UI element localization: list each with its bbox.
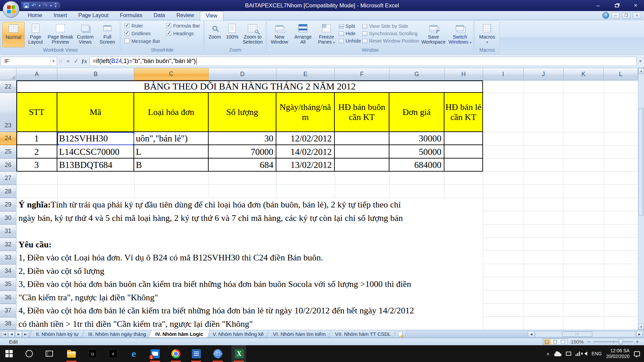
start-button[interactable] <box>4 349 14 359</box>
header-cell-hd-ban-le[interactable]: HĐ bán lẻ cần KT <box>444 93 483 132</box>
header-cell-stt[interactable]: STT <box>16 93 57 132</box>
row-header-24[interactable]: 24 <box>0 132 16 145</box>
name-box-dropdown-icon[interactable]: ▼ <box>50 57 57 66</box>
select-all-corner[interactable] <box>0 68 16 80</box>
volume-icon[interactable] <box>584 352 587 356</box>
hscroll-left-icon[interactable]: ◀ <box>528 331 534 337</box>
hide-button[interactable]: Hide <box>339 30 361 37</box>
cell-d26[interactable]: 684 <box>209 159 276 172</box>
row-header-22[interactable]: 22 <box>0 80 16 93</box>
cancel-formula-icon[interactable]: × <box>64 57 72 66</box>
zoom-out-icon[interactable]: − <box>587 339 591 345</box>
workbook-close-button[interactable]: × <box>633 12 641 19</box>
tab-home[interactable]: Home <box>22 11 48 20</box>
sheet-tab-nhom-ham-thong-ke[interactable]: V. Nhóm hàm thống kê <box>206 330 271 338</box>
horizontal-scrollbar[interactable] <box>535 331 636 337</box>
excel-app-button[interactable]: X <box>234 349 244 359</box>
tab-page-layout[interactable]: Page Layout <box>73 11 114 20</box>
row-header-30[interactable]: 30 <box>0 212 16 225</box>
row-header-35[interactable]: 35 <box>0 278 16 291</box>
zoom-in-icon[interactable]: + <box>635 339 639 345</box>
undo-dropdown-icon[interactable]: ▾ <box>39 4 40 7</box>
taskbar-app-2[interactable]: ∧ <box>108 349 118 359</box>
cell-a24[interactable]: 1 <box>16 132 57 145</box>
cell-e24[interactable]: 12/02/2012 <box>276 132 335 145</box>
cell-h26[interactable] <box>444 159 483 172</box>
column-header-f[interactable]: F <box>335 68 389 80</box>
insert-function-icon[interactable]: ƒx <box>80 57 88 66</box>
office-button[interactable] <box>3 1 19 18</box>
tab-formulas[interactable]: Formulas <box>114 11 148 20</box>
cell-f25[interactable] <box>335 145 389 159</box>
normal-view-button[interactable]: Normal <box>2 22 24 47</box>
zoom-100-button[interactable]: 100% <box>223 22 241 47</box>
view-page-layout-button[interactable] <box>551 339 559 345</box>
column-header-e[interactable]: E <box>276 68 335 80</box>
globe-app-button[interactable] <box>213 349 223 359</box>
switch-windows-button[interactable]: Switch Windows ▾ <box>448 22 472 47</box>
enter-formula-icon[interactable]: ✓ <box>72 57 80 66</box>
cell-c25[interactable]: L <box>134 145 209 159</box>
onedrive-icon[interactable] <box>554 353 561 356</box>
custom-views-button[interactable]: Custom Views <box>74 22 96 47</box>
chrome-button[interactable] <box>171 349 181 359</box>
cell-h24[interactable] <box>444 132 483 145</box>
view-normal-button[interactable] <box>543 339 551 345</box>
cell-b25[interactable]: L14CCSC70000 <box>57 145 134 159</box>
tab-insert[interactable]: Insert <box>48 11 73 20</box>
zoom-slider-thumb[interactable] <box>619 339 623 345</box>
sheet-tab-nhom-ham-tt-csdl[interactable]: VII. Nhóm hàm TT CSDL <box>328 330 398 338</box>
cell-f26[interactable] <box>335 159 389 172</box>
cell-d24[interactable]: 30 <box>209 132 276 145</box>
checkbox-gridlines[interactable]: Gridlines <box>124 29 160 37</box>
freeze-panes-button[interactable]: Freeze Panes ▾ <box>315 22 337 47</box>
close-button[interactable]: × <box>631 2 641 9</box>
header-cell-ma[interactable]: Mã <box>57 93 134 132</box>
sheet-tab-nhom-ham-ngay-thang[interactable]: III. Nhóm hàm ngày tháng <box>81 330 153 338</box>
workbook-restore-button[interactable]: ❐ <box>622 12 631 19</box>
save-icon[interactable] <box>24 3 29 8</box>
office-app-button[interactable] <box>191 349 201 359</box>
cortana-button[interactable] <box>24 349 34 359</box>
cell-f24[interactable] <box>335 132 389 145</box>
checkbox-headings[interactable]: Headings <box>166 29 200 37</box>
column-header-b[interactable]: B <box>57 68 134 80</box>
full-screen-button[interactable]: Full Screen <box>96 22 118 47</box>
first-sheet-icon[interactable]: |◀ <box>1 331 8 337</box>
row-header-29[interactable]: 29 <box>0 198 16 212</box>
checkbox-message-bar[interactable]: Message Bar <box>124 37 160 45</box>
sheet-tab-nhom-ham-tim-kiem[interactable]: VI. Nhóm hàm tìm kiếm <box>266 330 332 338</box>
restore-button[interactable] <box>612 2 622 9</box>
view-side-by-side-button[interactable]: View Side by Side <box>362 22 419 30</box>
redo-icon[interactable]: ↷ <box>43 3 47 8</box>
customize-qat-icon[interactable]: ▾ <box>55 3 56 8</box>
tab-view[interactable]: View <box>200 11 223 20</box>
header-cell-don-gia[interactable]: Đơn giá <box>389 93 444 132</box>
cell-g25[interactable]: 50000 <box>389 145 444 159</box>
row-header-27[interactable]: 27 <box>0 172 16 185</box>
vertical-scrollbar[interactable]: ▲ ▼ <box>638 68 644 330</box>
checkbox-formula-bar[interactable]: Formula Bar <box>166 22 200 29</box>
cell-g26[interactable]: 684000 <box>389 159 444 172</box>
undo-icon[interactable]: ↶ <box>32 3 36 8</box>
header-cell-so-luong[interactable]: Số lượng <box>209 93 276 132</box>
insert-worksheet-tab[interactable] <box>393 330 407 338</box>
redo-dropdown-icon[interactable]: ▾ <box>50 4 52 7</box>
page-break-preview-button[interactable]: Page Break Preview <box>47 22 74 47</box>
view-page-break-button[interactable] <box>559 339 567 345</box>
cell-g24[interactable]: 30000 <box>389 132 444 145</box>
cell-a26[interactable]: 3 <box>16 159 57 172</box>
split-button[interactable]: Split <box>339 22 361 30</box>
language-indicator[interactable]: ENG <box>592 351 602 356</box>
reset-window-position-button[interactable]: Reset Window Position <box>362 37 419 45</box>
column-header-h[interactable]: H <box>444 68 483 80</box>
mail-button[interactable]: 1 <box>150 349 160 359</box>
scroll-up-icon[interactable]: ▲ <box>638 68 644 74</box>
new-window-button[interactable]: New Window <box>268 22 290 47</box>
last-sheet-icon[interactable]: ▶| <box>22 331 29 337</box>
scroll-down-icon[interactable]: ▼ <box>638 324 644 330</box>
row-header-32[interactable]: 32 <box>0 238 16 251</box>
row-header-33[interactable]: 33 <box>0 251 16 264</box>
horizontal-scrollbar-thumb[interactable] <box>562 331 592 337</box>
save-workspace-button[interactable]: Save Workspace <box>420 22 446 47</box>
